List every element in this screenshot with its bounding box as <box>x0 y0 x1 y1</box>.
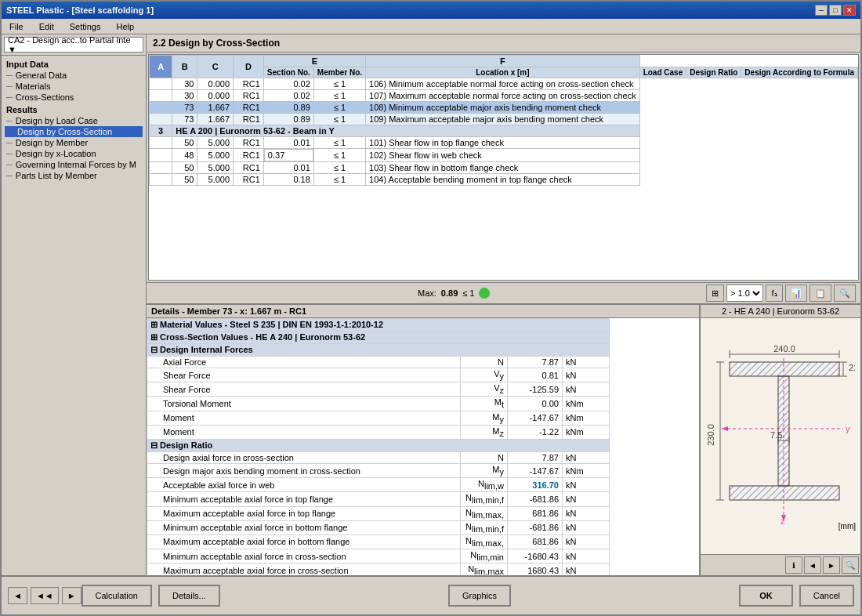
design-ratio-icon[interactable]: ⊟ <box>150 440 158 450</box>
menu-help[interactable]: Help <box>111 21 139 32</box>
dr-web-label: Acceptable axial force in web <box>147 478 461 492</box>
dr-web-unit: kN <box>563 478 610 492</box>
nav-design-x-location[interactable]: ─ Design by x-Location <box>5 148 143 159</box>
shear-vz-symbol: Vz <box>461 382 508 397</box>
collapse-icon[interactable]: ⊟ <box>150 345 158 354</box>
svg-text:240.0: 240.0 <box>773 344 795 353</box>
nav-design-member[interactable]: ─ Design by Member <box>5 137 143 148</box>
nav-design-cross-section[interactable]: Design by Cross-Section <box>5 126 143 137</box>
svg-rect-7 <box>730 486 839 500</box>
dr-web-value: 316.70 <box>508 478 563 492</box>
results-table-container[interactable]: A B C D E F Section No. Member No. Locat… <box>148 54 859 281</box>
menu-file[interactable]: File <box>5 21 28 32</box>
nav-materials[interactable]: ─ Materials <box>5 81 143 92</box>
cell-loadcase: RC1 <box>234 78 264 90</box>
dr-max-bottom-value: 681.86 <box>508 534 563 549</box>
search-btn[interactable]: 🔍 <box>834 284 856 302</box>
nav-design-member-label: Design by Member <box>16 138 88 147</box>
table-row[interactable]: 50 5.000 RC1 0.01 ≤ 1 101) Shear flow in… <box>150 137 858 149</box>
table-row[interactable]: 30 0.000 RC1 0.02 ≤ 1 107) Maximum accep… <box>150 90 858 102</box>
cancel-button[interactable]: Cancel <box>799 585 854 607</box>
cell-section-num: 3 <box>150 125 172 137</box>
cell-ratio: 0.89 <box>263 102 313 114</box>
zoom-button[interactable]: 🔍 <box>842 556 859 574</box>
menu-edit[interactable]: Edit <box>34 21 59 32</box>
nav-general-data[interactable]: ─ General Data <box>5 70 143 81</box>
info-button[interactable]: ℹ <box>785 556 802 574</box>
cell-leq: ≤ 1 <box>313 162 365 174</box>
shear-force-vy-row: Shear Force Vy 0.81 kN <box>147 368 699 382</box>
table-row[interactable]: 73 1.667 RC1 0.89 ≤ 1 109) Maximum accep… <box>150 114 858 125</box>
nav-design-load-case[interactable]: ─ Design by Load Case <box>5 115 143 126</box>
calculation-button[interactable]: Calculation <box>81 585 152 607</box>
maximize-button[interactable]: □ <box>829 5 842 16</box>
table-row[interactable]: 48 5.000 RC1 0.37 ≤ 1 102) Shear flow in… <box>150 149 858 162</box>
dr-moment-label: Design major axis bending moment in cros… <box>147 463 461 477</box>
dr-moment-row: Design major axis bending moment in cros… <box>147 463 699 477</box>
mm-unit-label: [mm] <box>838 522 856 531</box>
cell-location: 5.000 <box>197 174 234 186</box>
dr-max-bottom-label: Maximum acceptable axial force in bottom… <box>147 534 461 549</box>
cell-section <box>150 137 172 149</box>
results-header: Results <box>5 104 143 115</box>
input-data-header: Input Data <box>5 59 143 70</box>
filter-btn[interactable]: f₁ <box>766 284 783 302</box>
dr-web-symbol: Nlim,w <box>461 478 508 492</box>
bottom-left: ◄ ◄◄ ► <box>8 587 81 604</box>
nav-governing-forces[interactable]: ─ Governing Internal Forces by M <box>5 159 143 170</box>
expand-icon[interactable]: ⊞ <box>150 320 158 329</box>
cross-section-values-row[interactable]: ⊞ Cross-Section Values - HE A 240 | Euro… <box>147 332 699 344</box>
shear-vy-unit: kN <box>563 368 610 382</box>
dr-axial-label: Design axial force in cross-section <box>147 451 461 463</box>
nav-cross-sections[interactable]: ─ Cross-Sections <box>5 92 143 103</box>
dr-min-top-symbol: Nlim,min,f <box>461 492 508 506</box>
dr-max-top-row: Maximum acceptable axial force in top fl… <box>147 506 699 520</box>
table-row[interactable]: 50 5.000 RC1 0.01 ≤ 1 103) Shear flow in… <box>150 162 858 174</box>
material-values-row[interactable]: ⊞ Material Values - Steel S 235 | DIN EN… <box>147 319 699 332</box>
table-row[interactable]: 50 5.000 RC1 0.18 ≤ 1 104) Acceptable be… <box>150 174 858 186</box>
prev2-btn[interactable]: ◄◄ <box>31 587 59 604</box>
nav-parts-list[interactable]: ─ Parts List by Member <box>5 170 143 181</box>
col-header-d: D <box>234 56 264 78</box>
window-title: STEEL Plastic - [Steel scaffolding 1] <box>6 5 154 15</box>
col-header-e: E <box>263 56 365 67</box>
menu-settings[interactable]: Settings <box>65 21 106 32</box>
close-button[interactable]: ✕ <box>843 5 856 16</box>
axial-force-label: Axial Force <box>147 357 461 368</box>
cell-loadcase: RC1 <box>234 90 264 102</box>
moment-mz-unit: kNm <box>563 425 610 439</box>
cell-leq: ≤ 1 <box>313 149 365 162</box>
table-row[interactable]: 30 0.000 RC1 0.02 ≤ 1 106) Minimum accep… <box>150 78 858 90</box>
ca-dropdown[interactable]: CA2 - Design acc..to Partial Inte ▼ <box>4 37 143 53</box>
ok-button[interactable]: OK <box>739 585 793 607</box>
table-row-selected[interactable]: 73 1.667 RC1 0.89 ≤ 1 108) Minimum accep… <box>150 102 858 114</box>
table-btn[interactable]: 📋 <box>809 284 831 302</box>
chart-btn[interactable]: 📊 <box>785 284 807 302</box>
cell-location: 0.000 <box>197 78 234 90</box>
graphics-button[interactable]: Graphics <box>448 585 511 607</box>
filter-select[interactable]: > 1.0 <box>726 284 763 302</box>
dr-max-cross-row: Maximum acceptable axial force in cross-… <box>147 563 699 575</box>
expand-icon-2[interactable]: ⊞ <box>150 332 158 342</box>
nav-cross-sections-label: Cross-Sections <box>16 92 74 102</box>
nav-governing-forces-label: Governing Internal Forces by M <box>16 160 136 169</box>
moment-my-symbol: My <box>461 411 508 425</box>
details-button[interactable]: Details... <box>158 585 220 607</box>
cell-member: 50 <box>172 162 197 174</box>
prev-btn[interactable]: ◄ <box>8 587 27 604</box>
minimize-button[interactable]: ─ <box>815 5 828 16</box>
prev-section-button[interactable]: ◄ <box>804 556 821 574</box>
dr-max-cross-value: 1680.43 <box>508 563 563 575</box>
max-toolbar-row: Max: 0.89 ≤ 1 ⊞ > 1.0 f₁ 📊 📋 🔍 <box>147 282 860 303</box>
next-btn[interactable]: ► <box>62 587 81 604</box>
next-section-button[interactable]: ► <box>823 556 840 574</box>
grid-btn[interactable]: ⊞ <box>706 284 724 302</box>
green-status-dot <box>479 288 490 299</box>
cell-section <box>150 149 172 162</box>
cell-formula: 106) Minimum acceptable normal force act… <box>366 78 640 90</box>
toolbar-buttons: ⊞ > 1.0 f₁ 📊 📋 🔍 <box>706 284 856 302</box>
cs-drawing: 240.0 <box>701 318 860 554</box>
cell-location: 1.667 <box>197 102 234 114</box>
dr-min-bottom-unit: kN <box>563 520 610 534</box>
dr-max-top-symbol: Nlim,max, <box>461 506 508 520</box>
